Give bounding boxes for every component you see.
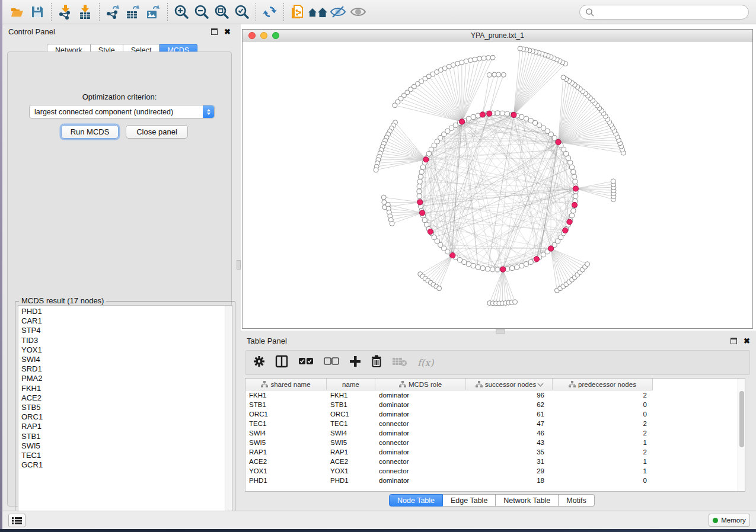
export-image-icon[interactable] [143, 2, 164, 21]
table-row[interactable]: FKH1FKH1dominator962 [245, 390, 738, 400]
float-panel-icon[interactable] [731, 338, 737, 344]
column-header-successor-nodes[interactable]: successor nodes [466, 379, 553, 390]
status-bar: Memory [2, 511, 756, 529]
memory-button[interactable]: Memory [709, 514, 750, 527]
mcds-result-item[interactable]: CAR1 [18, 316, 225, 326]
table-cell: dominator [375, 430, 466, 437]
column-header-name[interactable]: name [327, 379, 375, 390]
network-canvas[interactable] [243, 41, 752, 328]
show-columns-icon[interactable] [275, 355, 288, 370]
show-details-icon[interactable] [348, 2, 368, 21]
table-cell: 2 [553, 420, 653, 427]
vertical-splitter[interactable] [237, 24, 241, 511]
optimization-criterion-label: Optimization criterion: [8, 92, 231, 101]
import-table-icon[interactable] [75, 2, 95, 21]
table-cell: 1 [553, 439, 653, 446]
zoom-selected-icon[interactable] [232, 2, 252, 21]
toolbar-separator [99, 3, 100, 21]
table-row[interactable]: YOX1YOX1connector291 [245, 466, 738, 476]
splitter-handle[interactable] [237, 260, 241, 270]
splitter-handle[interactable] [496, 329, 505, 334]
mcds-result-item[interactable]: STB5 [18, 403, 225, 412]
export-table-icon[interactable] [123, 2, 143, 21]
table-cell: PHD1 [245, 477, 327, 484]
mcds-result-item[interactable]: SRD1 [18, 364, 225, 374]
mcds-result-list[interactable]: PHD1CAR1STP4TID3YOX1SWI4SRD1PMA2FKH1ACE2… [18, 305, 232, 518]
deselect-all-icon[interactable] [324, 357, 339, 368]
table-row[interactable]: SWI4SWI4dominator462 [245, 428, 738, 438]
zoom-fit-icon[interactable] [212, 2, 232, 21]
tab-node-table[interactable]: Node Table [389, 494, 443, 507]
table-row[interactable]: RAP1RAP1dominator352 [245, 447, 738, 457]
home-icon[interactable] [308, 2, 328, 21]
scrollbar-thumb[interactable] [739, 391, 744, 447]
mcds-result-item[interactable]: RAP1 [18, 422, 225, 431]
table-row[interactable]: SWI5SWI5connector431 [245, 438, 738, 447]
window-maximize-icon[interactable] [272, 32, 279, 39]
mcds-result-item[interactable]: PMA2 [18, 374, 225, 383]
import-network-icon[interactable] [55, 2, 75, 21]
create-column-icon[interactable] [349, 355, 361, 370]
table-row[interactable]: ORC1ORC1dominator610 [245, 409, 738, 419]
mcds-result-item[interactable]: ORC1 [18, 412, 225, 422]
table-row[interactable]: PHD1PHD1dominator180 [245, 476, 738, 485]
mcds-result-item[interactable]: STB1 [18, 432, 225, 441]
toolbar-separator [51, 3, 52, 21]
mcds-result-item[interactable]: TID3 [18, 336, 225, 345]
clone-network-icon[interactable] [288, 2, 308, 21]
node-table[interactable]: shared namenameMCDS rolesuccessor nodesp… [245, 378, 745, 492]
refresh-layout-icon[interactable] [260, 2, 280, 21]
network-window: YPA_prune.txt_1 [242, 29, 753, 329]
select-all-icon[interactable] [298, 357, 314, 368]
mcds-result-item[interactable]: TEC1 [18, 451, 225, 460]
run-mcds-button[interactable]: Run MCDS [61, 125, 119, 139]
table-cell: dominator [375, 477, 466, 484]
mcds-result-item[interactable]: GCR1 [18, 460, 225, 470]
mcds-result-item[interactable]: SWI4 [18, 355, 225, 364]
memory-label: Memory [721, 517, 746, 524]
open-file-icon[interactable] [7, 2, 27, 21]
tab-network-table[interactable]: Network Table [496, 494, 559, 507]
close-panel-icon[interactable]: ✖ [224, 28, 231, 35]
memory-status-icon [713, 518, 718, 523]
column-header-shared-name[interactable]: shared name [245, 379, 327, 390]
network-window-titlebar[interactable]: YPA_prune.txt_1 [243, 30, 752, 41]
save-session-icon[interactable] [27, 2, 47, 21]
mcds-result-item[interactable]: SWI5 [18, 441, 225, 451]
tab-motifs[interactable]: Motifs [559, 494, 594, 507]
table-row[interactable]: STB1STB1dominator620 [245, 400, 738, 409]
table-scrollbar[interactable] [738, 379, 745, 491]
column-header-predecessor-nodes[interactable]: predecessor nodes [553, 379, 653, 390]
table-cell: 31 [466, 458, 553, 465]
optimization-criterion-select[interactable]: largest connected component (undirected) [29, 105, 215, 118]
table-row[interactable]: ACE2ACE2connector311 [245, 457, 738, 466]
table-row[interactable]: TEC1TEC1connector472 [245, 419, 738, 428]
mcds-result-item[interactable]: FKH1 [18, 384, 225, 393]
function-builder-icon: f(x) [417, 357, 433, 368]
mcds-result-item[interactable]: ACE2 [18, 393, 225, 403]
mcds-result-item[interactable]: STP4 [18, 326, 225, 335]
task-history-button[interactable] [8, 514, 25, 527]
search-input[interactable] [595, 8, 748, 17]
mcds-result-item[interactable]: YOX1 [18, 345, 225, 355]
table-cell: ORC1 [245, 411, 327, 418]
column-header-MCDS-role[interactable]: MCDS role [375, 379, 466, 390]
zoom-out-icon[interactable] [192, 2, 212, 21]
tab-edge-table[interactable]: Edge Table [443, 494, 496, 507]
export-network-icon[interactable] [103, 2, 123, 21]
search-box[interactable] [579, 5, 749, 20]
float-panel-icon[interactable] [211, 28, 218, 35]
table-cell: 0 [553, 477, 653, 484]
window-minimize-icon[interactable] [260, 32, 267, 39]
zoom-in-icon[interactable] [171, 2, 192, 21]
hide-details-icon[interactable] [328, 2, 348, 21]
mcds-result-item[interactable]: PHD1 [18, 307, 225, 316]
table-cell: PHD1 [327, 477, 375, 484]
table-settings-icon[interactable] [253, 355, 265, 370]
mcds-list-scrollbar[interactable] [225, 306, 232, 518]
close-panel-icon[interactable]: ✖ [744, 338, 750, 344]
table-panel: Table Panel ✖ f(x) shared namenameMCDS r… [241, 334, 756, 511]
close-panel-button[interactable]: Close panel [126, 125, 188, 139]
window-close-icon[interactable] [248, 32, 256, 39]
delete-column-icon[interactable] [371, 355, 382, 370]
